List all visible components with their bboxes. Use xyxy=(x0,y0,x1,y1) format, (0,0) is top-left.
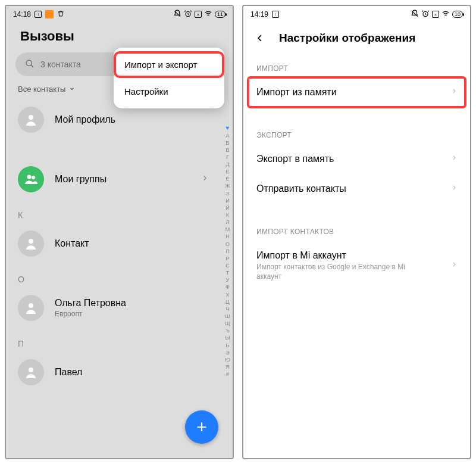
wifi-icon xyxy=(441,10,450,20)
contact-name: Ольга Петровна xyxy=(55,298,126,309)
svg-point-5 xyxy=(29,239,33,244)
phone-right: 14:19 ↑ × 10 xyxy=(242,5,471,459)
chevron-right-icon xyxy=(451,183,457,194)
contact-name: Павел xyxy=(55,367,82,378)
filter-label: Все контакты xyxy=(18,85,65,94)
plus-icon: + xyxy=(196,417,207,437)
setting-subtitle: Импорт контактов из Google и Exchange в … xyxy=(256,263,423,281)
setting-label: Импорт из памяти xyxy=(256,87,337,98)
profile-label: Мой профиль xyxy=(55,114,115,125)
page-title: Настройки отображения xyxy=(279,32,415,45)
setting-label: Отправить контакты xyxy=(256,183,346,194)
send-contacts-row[interactable]: Отправить контакты xyxy=(243,174,470,204)
contact-name: Контакт xyxy=(55,238,89,249)
wifi-icon xyxy=(204,10,212,20)
battery-icon: 10 xyxy=(452,11,463,18)
groups-label: Мои группы xyxy=(55,174,107,185)
chevron-right-icon xyxy=(451,154,457,164)
add-contact-fab[interactable]: + xyxy=(185,410,218,444)
avatar-icon xyxy=(18,359,44,385)
svg-point-1 xyxy=(26,60,32,66)
svg-point-6 xyxy=(29,303,33,308)
section-import: ИМПОРТ xyxy=(243,56,470,77)
avatar-icon xyxy=(18,107,44,133)
sim-icon: × xyxy=(195,11,202,18)
mute-icon xyxy=(411,10,419,20)
my-groups-row[interactable]: Мои группы xyxy=(6,158,220,201)
svg-point-7 xyxy=(29,368,33,372)
status-bar: 14:18 ↑ × 11 xyxy=(6,6,233,23)
contact-row-olga[interactable]: Ольга Петровна Евроопт xyxy=(6,287,220,329)
alarm-icon xyxy=(421,10,430,20)
search-placeholder: 3 контакта xyxy=(40,60,81,69)
section-letter-o: О xyxy=(6,265,220,287)
menu-import-export[interactable]: Импорт и экспорт xyxy=(114,51,224,78)
export-to-memory-row[interactable]: Экспорт в память xyxy=(243,144,470,174)
section-import-contacts: ИМПОРТ КОНТАКТОВ xyxy=(243,219,470,241)
overflow-menu: Импорт и экспорт Настройки xyxy=(114,48,224,108)
chevron-down-icon xyxy=(69,85,75,94)
trash-icon xyxy=(57,10,64,20)
svg-point-3 xyxy=(27,175,32,179)
page-header: Настройки отображения xyxy=(243,23,470,56)
section-letter-k: К xyxy=(6,201,220,222)
status-time: 14:18 xyxy=(13,10,31,18)
sim-icon: × xyxy=(432,11,439,18)
mute-icon xyxy=(173,10,181,20)
chevron-right-icon xyxy=(451,87,457,98)
mi-import-row[interactable]: Импорт в Mi аккаунт Импорт контактов из … xyxy=(243,241,470,291)
section-export: ЭКСПОРТ xyxy=(243,123,470,144)
phone-left: 14:18 ↑ × 11 xyxy=(5,5,234,459)
contact-subtitle: Евроопт xyxy=(55,310,126,318)
status-bar: 14:19 ↑ × 10 xyxy=(243,6,470,23)
chevron-right-icon xyxy=(202,174,208,185)
alpha-index[interactable]: ♥ АБВГДЕЁЖЗИЙКЛМНОПРСТУФХЦЧШЩЪЫЬЭЮЯ# xyxy=(225,124,230,378)
svg-point-2 xyxy=(29,115,33,120)
menu-settings[interactable]: Настройки xyxy=(114,78,224,105)
contact-row-pavel[interactable]: Павел xyxy=(6,351,220,394)
status-time: 14:19 xyxy=(250,10,268,18)
section-letter-p: П xyxy=(6,329,220,351)
contact-row-k[interactable]: Контакт xyxy=(6,222,220,265)
import-from-memory-row[interactable]: Импорт из памяти xyxy=(248,77,465,107)
chevron-right-icon xyxy=(451,260,457,271)
heart-icon: ♥ xyxy=(225,124,230,132)
arrow-up-icon: ↑ xyxy=(272,11,279,18)
avatar-icon xyxy=(18,295,44,321)
notification-icon xyxy=(45,10,54,18)
avatar-icon xyxy=(18,231,44,257)
groups-icon xyxy=(18,166,44,192)
arrow-up-icon: ↑ xyxy=(35,11,42,18)
search-icon xyxy=(25,59,35,70)
back-button[interactable] xyxy=(253,31,267,45)
svg-point-4 xyxy=(32,176,35,179)
battery-icon: 11 xyxy=(215,11,226,18)
alarm-icon xyxy=(184,10,192,20)
setting-label: Импорт в Mi аккаунт xyxy=(256,250,423,261)
contact-list: Мой профиль Мои группы К xyxy=(6,98,233,394)
setting-label: Экспорт в память xyxy=(256,154,334,164)
